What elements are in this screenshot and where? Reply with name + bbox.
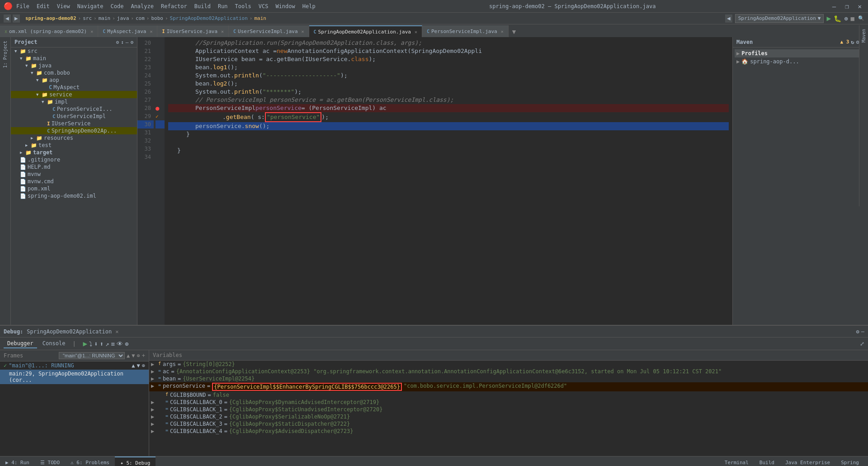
menu-tools[interactable]: Tools: [235, 3, 251, 10]
nav-back-button[interactable]: ◀: [4, 14, 11, 23]
structure-panel-tab[interactable]: 1: Project: [1, 39, 9, 70]
debug-close-icon[interactable]: ✕: [115, 328, 118, 335]
debug-run-button[interactable]: 🐛: [834, 15, 841, 22]
tree-item-main[interactable]: ▼ 📁 main: [11, 55, 137, 62]
tree-item-java[interactable]: ▼ 📁 java: [11, 62, 137, 69]
tab-pom-xml[interactable]: x om.xml (spring-aop-demo02) ✕: [0, 25, 98, 37]
tree-item-iml[interactable]: 📄 spring-aop-demo02.iml: [11, 192, 137, 200]
thread-filter-nav-icon[interactable]: ⊕: [142, 362, 145, 369]
run-tab-button[interactable]: ▶ 4: Run: [0, 456, 35, 466]
minimize-button[interactable]: —: [830, 3, 839, 10]
menu-analyze[interactable]: Analyze: [131, 3, 154, 10]
ac-expand-icon[interactable]: ▶: [151, 368, 156, 375]
debug-tab-button[interactable]: ✦ 5: Debug: [115, 456, 156, 466]
variable-cglib-bound[interactable]: f CGLIB$BOUND = false: [149, 391, 868, 399]
menu-vcs[interactable]: VCS: [259, 3, 269, 10]
debug-app-name[interactable]: SpringAopDemo02Application: [27, 328, 112, 335]
tab-personserviceimpl[interactable]: C PersonServiceImpl.java ✕: [422, 25, 509, 37]
tree-item-pomxml[interactable]: 📄 pom.xml: [11, 185, 137, 192]
callback1-expand-icon[interactable]: ▶: [151, 406, 156, 413]
tab-myaspect[interactable]: C MyAspect.java ✕: [98, 25, 157, 37]
breadcrumb-method[interactable]: main: [254, 15, 266, 21]
breadcrumb-src[interactable]: src: [83, 15, 92, 21]
code-editor[interactable]: //SpringApplication.run(SpringAopDemo02A…: [165, 37, 732, 325]
breadcrumb-class[interactable]: SpringAopDemo02Application: [170, 15, 248, 21]
breadcrumb-project[interactable]: spring-aop-demo02: [25, 15, 76, 21]
tree-item-helpmd[interactable]: 📄 HELP.md: [11, 163, 137, 171]
callback4-expand-icon[interactable]: ▶: [151, 428, 156, 434]
menu-window[interactable]: Window: [275, 3, 295, 10]
todo-tab-button[interactable]: ☰ TODO: [35, 456, 65, 466]
callback2-expand-icon[interactable]: ▶: [151, 414, 156, 420]
tree-item-mvnw[interactable]: 📄 mvnw: [11, 171, 137, 178]
project-panel-sort-icon[interactable]: ↕: [121, 39, 124, 45]
tree-item-myaspect[interactable]: C MyAspect: [11, 84, 137, 91]
breadcrumb-main[interactable]: main: [99, 15, 111, 21]
thread-down-nav-icon[interactable]: ▼: [137, 362, 140, 369]
breadcrumb-java[interactable]: java: [117, 15, 129, 21]
variable-personservice[interactable]: ▶ = personService = {PersonServiceImpl$$…: [149, 382, 868, 391]
tree-item-resources[interactable]: ▶ 📁 resources: [11, 134, 137, 142]
tab-close-springaop-main[interactable]: ✕: [415, 29, 417, 34]
stop-button[interactable]: ■: [851, 15, 854, 22]
variable-callback0[interactable]: ▶ = CGLIB$CALLBACK_0 = {CglibAopProxy$Dy…: [149, 399, 868, 406]
run-to-cursor-button[interactable]: ↗: [105, 340, 109, 347]
evaluate-button[interactable]: ≡: [111, 340, 115, 347]
tree-item-com-bobo[interactable]: ▼ 📁 com.bobo: [11, 69, 137, 76]
bean-expand-icon[interactable]: ▶: [151, 376, 156, 382]
breadcrumb-com[interactable]: com: [136, 15, 145, 21]
tree-item-target[interactable]: ▶ 📁 target: [11, 149, 137, 156]
variable-ac[interactable]: ▶ = ac = {AnnotationConfigApplicationCon…: [149, 368, 868, 375]
tree-item-iuserservice[interactable]: I IUserService: [11, 120, 137, 127]
project-panel-settings-icon[interactable]: ⚙: [116, 39, 119, 45]
step-into-button[interactable]: ⬇: [94, 340, 98, 347]
nav-forward-button[interactable]: ▶: [13, 14, 20, 23]
thread-selector[interactable]: "main"@1...: RUNNING: [59, 352, 125, 359]
variable-bean[interactable]: ▶ = bean = {UserServiceImpl@2254}: [149, 375, 868, 382]
step-out-button[interactable]: ⬆: [100, 340, 104, 347]
tab-springaop-main[interactable]: C SpringAopDemo02Application.java ✕: [309, 25, 422, 37]
menu-navigate[interactable]: Navigate: [77, 3, 104, 10]
menu-edit[interactable]: Edit: [37, 3, 50, 10]
variable-callback2[interactable]: ▶ = CGLIB$CALLBACK_2 = {CglibAopProxy$Se…: [149, 413, 868, 420]
project-panel-collapse-icon[interactable]: —: [126, 39, 129, 45]
tree-item-mvnwcmd[interactable]: 📄 mvnw.cmd: [11, 178, 137, 185]
tree-item-test[interactable]: ▶ 📁 test: [11, 142, 137, 149]
console-tab-button[interactable]: Console: [39, 339, 69, 348]
debugger-tab-button[interactable]: Debugger: [4, 339, 37, 348]
tree-item-aop[interactable]: ▼ 📁 aop: [11, 76, 137, 84]
debug-restore-icon[interactable]: ⤢: [860, 341, 864, 347]
problems-tab-button[interactable]: ⚠ 6: Problems: [65, 456, 115, 466]
resume-button[interactable]: ▶: [83, 339, 88, 348]
java-enterprise-tab-button[interactable]: Java Enterprise: [782, 460, 834, 466]
run-button[interactable]: ▶: [826, 14, 831, 23]
run-config-selector[interactable]: SpringAopDemo02Application ▼: [735, 14, 824, 23]
args-expand-icon[interactable]: ▶: [151, 361, 156, 367]
tabs-overflow-button[interactable]: ▼: [510, 26, 518, 37]
tree-item-src[interactable]: ▼ 📁 src: [11, 48, 137, 55]
trace-current-button[interactable]: ⊕: [125, 340, 128, 347]
tab-close-pom[interactable]: ✕: [90, 29, 93, 34]
maven-project-item[interactable]: ▶ 🏠 spring-aop-d...: [735, 57, 866, 66]
debug-settings-icon[interactable]: ⚙: [856, 328, 859, 335]
variable-args[interactable]: ▶ f args = {String[0]@2252}: [149, 361, 868, 368]
thread-up-nav-icon[interactable]: ▲: [132, 362, 135, 369]
menu-view[interactable]: View: [57, 3, 70, 10]
menu-code[interactable]: Code: [111, 3, 124, 10]
step-over-button[interactable]: ⤵: [89, 340, 92, 347]
callback3-expand-icon[interactable]: ▶: [151, 421, 156, 427]
tree-item-personserviceimpl[interactable]: C PersonServiceI...: [11, 105, 137, 113]
tree-item-gitignore[interactable]: 📄 .gitignore: [11, 156, 137, 163]
variable-callback1[interactable]: ▶ = CGLIB$CALLBACK_1 = {CglibAopProxy$St…: [149, 406, 868, 413]
tab-close-userserviceimpl[interactable]: ✕: [302, 29, 304, 34]
thread-up-icon[interactable]: ▲: [127, 352, 130, 359]
tab-close-iuserservice[interactable]: ✕: [221, 29, 224, 34]
project-panel-gear-icon[interactable]: ⚙: [130, 39, 133, 45]
maven-sidebar-tab[interactable]: Maven: [859, 27, 868, 44]
stack-frame-item[interactable]: main:29, SpringAopDemo02Application (cor…: [0, 370, 149, 384]
thread-down-icon[interactable]: ▼: [132, 352, 135, 359]
tab-userserviceimpl[interactable]: C UserServiceImpl.java ✕: [229, 25, 309, 37]
menu-build[interactable]: Build: [194, 3, 211, 10]
personservice-expand-icon[interactable]: ▶: [151, 383, 156, 389]
maven-profiles-item[interactable]: ▶ Profiles: [735, 49, 866, 57]
